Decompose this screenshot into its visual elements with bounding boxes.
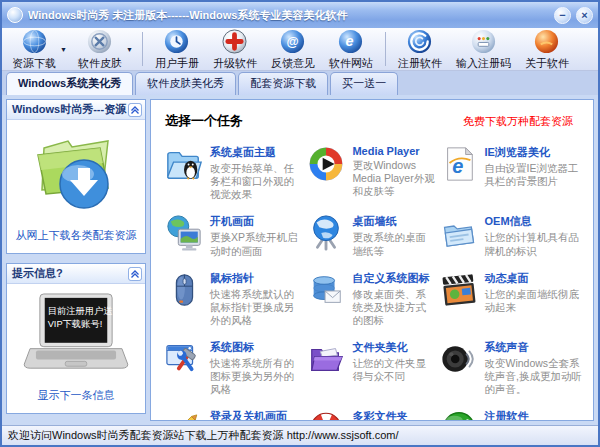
wallpaper-globe-icon xyxy=(307,214,345,252)
oem-folder-icon xyxy=(440,214,478,252)
task-desc: 改变Windows全套系统声音,换成更加动听的声音。 xyxy=(485,357,584,396)
media-player-icon xyxy=(307,145,345,183)
laptop-tip-icon: 目前注册用户送 VIP下载账号! xyxy=(22,292,130,376)
resource-panel-body: 从网上下载各类配套资源 xyxy=(7,120,145,253)
task-title[interactable]: 开机画面 xyxy=(210,214,303,229)
about-software-button[interactable]: 关于软件 xyxy=(519,27,575,72)
task-media-player[interactable]: Media Player更改Windows Media Player外观和皮肤等 xyxy=(307,145,435,201)
task-custom-icons[interactable]: 自定义系统图标修改桌面类、系统类及快捷方式的图标 xyxy=(307,271,435,327)
task-title[interactable]: OEM信息 xyxy=(485,214,584,229)
svg-text:目前注册用户送: 目前注册用户送 xyxy=(48,306,113,316)
task-system-theme[interactable]: 系统桌面主题改变开始菜单、任务栏和窗口外观的视觉效果 xyxy=(165,145,303,201)
app-window: Windows时尚秀 未注册版本------Windows系统专业美容美化软件 … xyxy=(0,0,600,447)
boot-screen-icon xyxy=(165,214,203,252)
task-logon-screen[interactable]: 登录及关机画面改变XP系统的登录欢迎画面及关机画面 xyxy=(165,409,303,421)
task-desc: 让您的桌面墙纸彻底动起来 xyxy=(485,288,584,314)
status-bar: 欢迎访问Windows时尚秀配套资源站下载上万种配套资源 http://www.… xyxy=(2,425,598,445)
enter-registration-code-button[interactable]: 输入注册码 xyxy=(450,27,517,72)
task-desc: 让您的文件夹显得与众不同 xyxy=(352,357,435,383)
task-boot-screen[interactable]: 开机画面更换XP系统开机启动时的画面 xyxy=(165,214,303,257)
collapse-chevron-icon[interactable] xyxy=(128,103,142,117)
toolbar-button-label: 软件网站 xyxy=(329,56,373,71)
collapse-chevron-icon[interactable] xyxy=(128,267,142,281)
task-title[interactable]: 桌面墙纸 xyxy=(352,214,435,229)
task-mouse-pointer[interactable]: 鼠标指针快速将系统默认的鼠标指针更换成另外的风格 xyxy=(165,271,303,327)
download-resources-button[interactable]: 资源下载 xyxy=(6,27,62,72)
about-orange-icon xyxy=(534,29,559,54)
tip-panel-header[interactable]: 提示信息? xyxy=(7,264,145,284)
task-grid: 系统桌面主题改变开始菜单、任务栏和窗口外观的视觉效果 Media Player更… xyxy=(165,145,583,421)
svg-text:@: @ xyxy=(287,34,299,48)
task-ie-beautify[interactable]: e IE浏览器美化自由设置IE浏览器工具栏的背景图片 xyxy=(440,145,584,201)
title-bar: Windows时尚秀 未注册版本------Windows系统专业美容美化软件 … xyxy=(2,2,598,28)
toolbar-button-label: 升级软件 xyxy=(213,56,257,71)
task-title[interactable]: 注册软件 xyxy=(485,409,584,421)
task-title[interactable]: 登录及关机画面 xyxy=(210,409,303,421)
folder-download-icon xyxy=(28,128,124,216)
task-title[interactable]: 鼠标指针 xyxy=(210,271,303,286)
svg-text:e: e xyxy=(346,33,354,49)
task-title[interactable]: IE浏览器美化 xyxy=(485,145,584,160)
toolbar-button-label: 软件皮肤 xyxy=(78,56,122,71)
task-wallpaper[interactable]: 桌面墙纸更改系统的桌面墙纸等 xyxy=(307,214,435,257)
theme-folder-penguin-icon xyxy=(165,145,203,183)
task-oem-info[interactable]: OEM信息让您的计算机具有品牌机的标识 xyxy=(440,214,584,257)
tab-resource-download[interactable]: 配套资源下载 xyxy=(238,72,328,95)
lifebuoy-icon xyxy=(307,409,345,421)
task-desc: 自由设置IE浏览器工具栏的背景图片 xyxy=(485,162,584,188)
task-desc: 更改系统的桌面墙纸等 xyxy=(352,231,435,257)
toolbar-button-label: 关于软件 xyxy=(525,56,569,71)
task-title[interactable]: 系统桌面主题 xyxy=(210,145,303,160)
upgrade-software-button[interactable]: 升级软件 xyxy=(207,27,263,72)
task-folder-beautify[interactable]: 文件夹美化让您的文件夹显得与众不同 xyxy=(307,340,435,396)
purple-folder-icon xyxy=(307,340,345,378)
tab-buy-one-get-one[interactable]: 买一送一 xyxy=(330,72,398,95)
task-title[interactable]: Media Player xyxy=(352,145,435,157)
user-manual-button[interactable]: 用户手册 xyxy=(149,27,205,72)
manual-clock-icon xyxy=(164,29,189,54)
task-title[interactable]: 自定义系统图标 xyxy=(352,271,435,286)
sidebar: Windows时尚秀---资源 从网上下载各类配套资源 xyxy=(6,99,146,421)
mouse-icon xyxy=(165,271,203,309)
task-desc: 快速将系统默认的鼠标指针更换成另外的风格 xyxy=(210,288,303,327)
task-system-sound[interactable]: 系统声音改变Windows全套系统声音,换成更加动听的声音。 xyxy=(440,340,584,396)
minimize-button[interactable]: − xyxy=(554,7,571,24)
tip-panel-title: 提示信息? xyxy=(12,266,63,281)
task-title[interactable]: 系统声音 xyxy=(485,340,584,355)
task-desc: 更改Windows Media Player外观和皮肤等 xyxy=(352,159,435,198)
task-title[interactable]: 文件夹美化 xyxy=(352,340,435,355)
download-resources-link[interactable]: 从网上下载各类配套资源 xyxy=(16,228,137,243)
register-software-button[interactable]: 注册软件 xyxy=(392,27,448,72)
svg-text:VIP下载账号!: VIP下载账号! xyxy=(48,319,103,329)
tab-windows-beautify[interactable]: Windows系统美化秀 xyxy=(6,72,133,95)
toolbar: 资源下载 ▼ 软件皮肤 ▼ 用户手册 升级软件 @ 反馈意见 e 软件网站 xyxy=(2,28,598,71)
skin-dropdown-arrow-icon[interactable]: ▼ xyxy=(126,46,133,53)
task-title[interactable]: 系统图标 xyxy=(210,340,303,355)
toolbar-button-label: 输入注册码 xyxy=(456,56,511,71)
app-icon xyxy=(7,7,23,23)
toolbar-button-label: 注册软件 xyxy=(398,56,442,71)
task-desc: 快速将系统所有的图标更换为另外的风格 xyxy=(210,357,303,396)
task-title[interactable]: 动态桌面 xyxy=(485,271,584,286)
close-button[interactable]: × xyxy=(576,7,593,24)
task-colorful-folder[interactable]: 多彩文件夹让您的文件夹变成彩色的文件夹 xyxy=(307,409,435,421)
task-dynamic-desktop[interactable]: 动态桌面让您的桌面墙纸彻底动起来 xyxy=(440,271,584,327)
clapperboard-icon xyxy=(440,271,478,309)
toolbar-button-label: 资源下载 xyxy=(12,56,56,71)
free-download-link[interactable]: 免费下载万种配套资源 xyxy=(463,114,573,129)
register-swirl-icon xyxy=(407,29,432,54)
task-system-icons[interactable]: 系统图标快速将系统所有的图标更换为另外的风格 xyxy=(165,340,303,396)
task-title[interactable]: 多彩文件夹 xyxy=(352,409,435,421)
enter-code-icon xyxy=(471,29,496,54)
task-register-software[interactable]: 注册软件如果您想用更多资源美化您的系统,可以注册购买我们的软件 xyxy=(440,409,584,421)
task-desc: 改变开始菜单、任务栏和窗口外观的视觉效果 xyxy=(210,162,303,201)
website-e-icon: e xyxy=(338,29,363,54)
download-dropdown-arrow-icon[interactable]: ▼ xyxy=(60,46,67,53)
tab-skin-beautify[interactable]: 软件皮肤美化秀 xyxy=(135,72,236,95)
software-website-button[interactable]: e 软件网站 xyxy=(323,27,379,72)
resource-panel-header[interactable]: Windows时尚秀---资源 xyxy=(7,100,145,120)
toolbar-button-label: 反馈意见 xyxy=(271,56,315,71)
software-skin-button[interactable]: 软件皮肤 xyxy=(72,27,128,72)
feedback-button[interactable]: @ 反馈意见 xyxy=(265,27,321,72)
next-tip-link[interactable]: 显示下一条信息 xyxy=(38,388,115,403)
